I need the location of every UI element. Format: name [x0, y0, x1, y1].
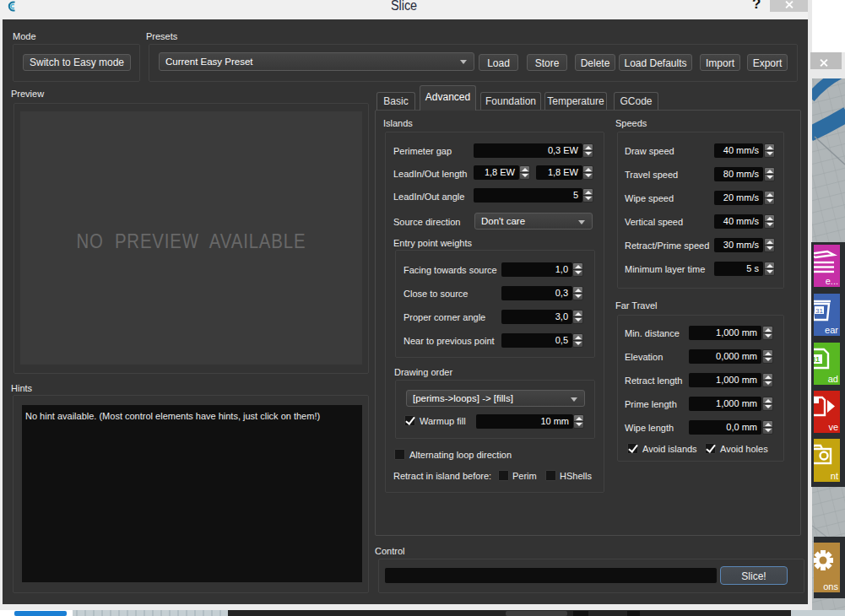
- svg-text:31: 31: [814, 355, 820, 364]
- svg-text:31: 31: [815, 307, 823, 315]
